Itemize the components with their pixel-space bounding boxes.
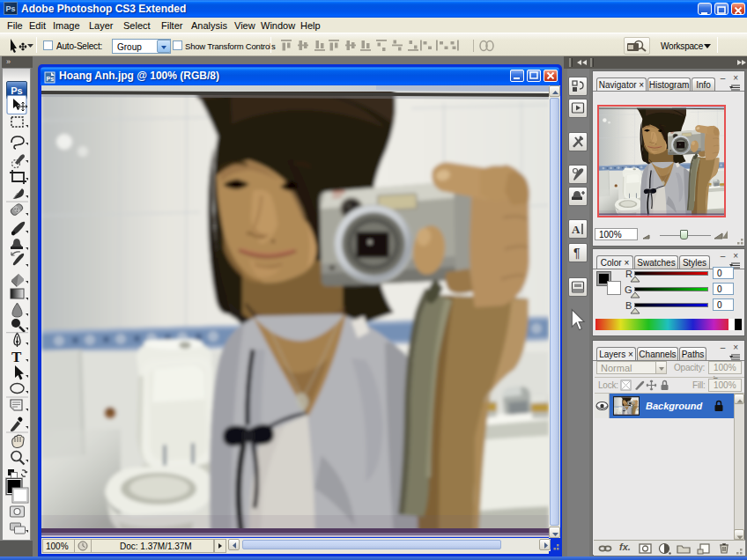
svg-text:T: T [11,349,22,365]
svg-text:¶: ¶ [573,246,581,260]
svg-text:Ps: Ps [47,76,55,82]
svg-text:A: A [572,223,581,236]
